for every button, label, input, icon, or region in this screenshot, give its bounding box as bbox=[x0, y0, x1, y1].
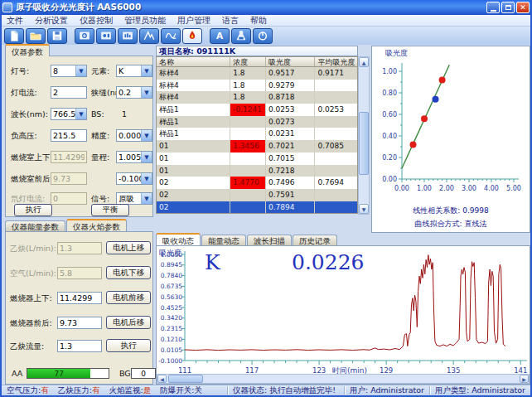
scroll-down-icon[interactable]: ▼ bbox=[359, 204, 369, 214]
chevron-down-icon[interactable]: ▼ bbox=[141, 130, 152, 141]
svg-text:0.40: 0.40 bbox=[382, 133, 397, 140]
tab-energy-dynamics[interactable]: 能量动态 bbox=[201, 235, 246, 245]
tab-wavelength-scan[interactable]: 波长扫描 bbox=[247, 235, 292, 245]
power-off-icon[interactable] bbox=[253, 28, 273, 44]
chevron-down-icon[interactable]: ▼ bbox=[141, 173, 152, 184]
lamp-no-select[interactable]: 8▼ bbox=[51, 65, 87, 77]
dynamics-scroll-thumb[interactable] bbox=[168, 375, 203, 383]
burner-ud-input[interactable] bbox=[57, 292, 102, 304]
table-scroll-thumb[interactable] bbox=[359, 112, 369, 175]
peak-search-icon[interactable] bbox=[139, 28, 159, 44]
element-select[interactable]: K▼ bbox=[116, 65, 152, 77]
balance-button[interactable]: 平衡 bbox=[91, 204, 129, 216]
flame-icon[interactable] bbox=[182, 28, 202, 44]
column-header-avg-absorbance[interactable]: 平均吸光度 bbox=[315, 57, 357, 66]
chevron-down-icon[interactable]: ▼ bbox=[141, 65, 152, 76]
motor-back-button[interactable]: 电机后移 bbox=[106, 316, 151, 329]
lamp-current-input[interactable] bbox=[51, 86, 87, 99]
wavelength-scan-icon[interactable] bbox=[161, 28, 181, 44]
correlation-line: 线性相关系数: 0.9998 bbox=[372, 206, 530, 216]
svg-text:0.80: 0.80 bbox=[382, 90, 397, 97]
menu-item-user-management[interactable]: 用户管理 bbox=[177, 15, 210, 27]
burner-frontback-input bbox=[51, 172, 87, 185]
execute-button[interactable]: 执行 bbox=[14, 204, 52, 216]
table-row[interactable]: 标样41.80.8718 bbox=[157, 91, 357, 104]
maximize-button[interactable] bbox=[501, 2, 515, 13]
range2-select[interactable]: -0.1000▼ bbox=[116, 172, 152, 185]
svg-text:0.2315: 0.2315 bbox=[161, 325, 182, 332]
chevron-down-icon[interactable]: ▼ bbox=[75, 65, 86, 76]
tab-flame-params[interactable]: 仪器火焰参数 bbox=[66, 219, 127, 231]
chevron-down-icon[interactable]: ▼ bbox=[141, 87, 152, 98]
table-row[interactable]: 样品10.0273 bbox=[157, 116, 357, 128]
range-select[interactable]: 1.0050▼ bbox=[116, 151, 152, 163]
table-cell bbox=[315, 201, 357, 214]
table-cell: 0.7021 bbox=[266, 140, 316, 153]
svg-text:A: A bbox=[216, 31, 224, 41]
column-header-absorbance[interactable]: 吸光度 bbox=[266, 57, 316, 66]
new-file-icon[interactable] bbox=[4, 28, 24, 44]
table-cell bbox=[230, 189, 266, 201]
signal-select[interactable]: 原吸▼ bbox=[116, 192, 152, 205]
chevron-down-icon[interactable]: ▼ bbox=[75, 109, 86, 119]
table-row[interactable]: 010.7218 bbox=[157, 165, 357, 177]
svg-text:0.8945: 0.8945 bbox=[161, 261, 182, 269]
dynamics-chart: 1.00500.89450.78400.67350.56300.45250.34… bbox=[157, 246, 530, 375]
flame-execute-button[interactable]: 执行 bbox=[106, 339, 151, 352]
table-cell bbox=[315, 80, 357, 92]
motor-forward-button[interactable]: 电机前移 bbox=[106, 291, 151, 304]
tab-energy-params[interactable]: 仪器能量参数 bbox=[5, 220, 65, 231]
menu-item-admin-functions[interactable]: 管理员功能 bbox=[124, 15, 166, 27]
table-row[interactable]: 样品1-0.12410.02530.0253 bbox=[157, 104, 357, 116]
neg-hv-input[interactable] bbox=[51, 129, 87, 142]
slit-select[interactable]: 0.2▼ bbox=[116, 86, 152, 99]
column-header-name[interactable]: 名称 bbox=[157, 57, 230, 66]
table-cell: 标样4 bbox=[157, 80, 230, 92]
close-button[interactable]: ✕ bbox=[516, 2, 530, 13]
save-icon[interactable] bbox=[47, 28, 67, 44]
motor-down-button[interactable]: 电机下移 bbox=[106, 266, 151, 279]
precision-select[interactable]: 0.0000▼ bbox=[116, 129, 152, 142]
wavelength-select[interactable]: 766.5▼ bbox=[51, 108, 87, 120]
tab-absorbance-dynamics[interactable]: 吸收动态 bbox=[156, 233, 201, 245]
column-header-concentration[interactable]: 浓度 bbox=[230, 57, 266, 66]
tab-instrument-params[interactable]: 仪器参数 bbox=[5, 44, 50, 56]
burner-icon[interactable] bbox=[231, 28, 251, 44]
absorbance-dynamics-page: 吸光度 K 0.0226 1.00500.89450.78400.67350.5… bbox=[156, 245, 530, 385]
svg-text:0.4525: 0.4525 bbox=[161, 304, 182, 312]
table-cell: 0.0231 bbox=[266, 128, 316, 140]
lamp-energy-icon[interactable] bbox=[75, 28, 94, 44]
chevron-down-icon[interactable]: ▼ bbox=[141, 193, 152, 204]
scroll-up-icon[interactable]: ▲ bbox=[359, 57, 369, 67]
scroll-right-icon[interactable]: ▶ bbox=[520, 375, 529, 383]
menu-item-instrument-control[interactable]: 仪器控制 bbox=[80, 15, 113, 27]
table-row[interactable]: 标样41.80.9279 bbox=[157, 80, 357, 92]
results-table-header: 名称 浓度 吸光度 平均吸光度 bbox=[156, 56, 358, 67]
burner-fb-input[interactable] bbox=[57, 317, 102, 329]
minimize-button[interactable] bbox=[486, 2, 500, 13]
table-vertical-scrollbar[interactable]: ▲ ▼ bbox=[358, 56, 370, 215]
menu-item-help[interactable]: 帮助 bbox=[250, 15, 267, 27]
chevron-down-icon[interactable]: ▼ bbox=[141, 152, 152, 162]
menu-item-language[interactable]: 语言 bbox=[222, 15, 239, 27]
menu-item-analysis-settings[interactable]: 分析设置 bbox=[35, 15, 68, 27]
scroll-left-icon[interactable]: ◀ bbox=[157, 375, 167, 383]
table-row[interactable]: 011.34560.70210.7085 bbox=[157, 140, 357, 153]
tab-history[interactable]: 历史记录 bbox=[293, 235, 337, 245]
burner-updown-input bbox=[51, 151, 87, 163]
table-row[interactable]: 标样41.80.95170.9171 bbox=[157, 67, 357, 80]
table-row[interactable]: 020.7591 bbox=[157, 189, 357, 201]
autosampler-icon[interactable]: A bbox=[210, 28, 230, 44]
furnace-program-icon[interactable] bbox=[118, 28, 138, 44]
motor-up-button[interactable]: 电机上移 bbox=[106, 241, 151, 254]
svg-text:4.00: 4.00 bbox=[484, 185, 499, 192]
open-project-icon[interactable] bbox=[26, 28, 46, 44]
menu-item-file[interactable]: 文件 bbox=[7, 15, 23, 27]
c2h2-flow-input[interactable] bbox=[57, 340, 102, 352]
dynamics-horizontal-scrollbar[interactable]: ◀ ▶ bbox=[157, 374, 530, 384]
lamp-current-icon[interactable] bbox=[96, 28, 116, 44]
table-row[interactable]: 010.7015 bbox=[157, 153, 357, 165]
table-row[interactable]: 021.47700.74960.7694 bbox=[157, 177, 357, 189]
table-row[interactable]: 样品10.0231 bbox=[157, 128, 357, 140]
table-row[interactable]: 020.7894 bbox=[157, 201, 357, 214]
